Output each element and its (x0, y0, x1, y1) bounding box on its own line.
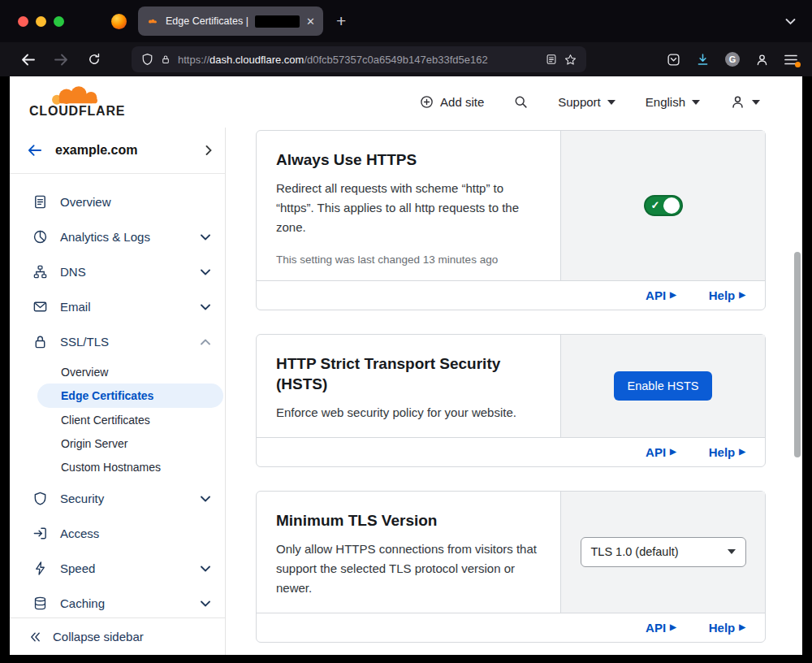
add-site-button[interactable]: Add site (420, 95, 484, 109)
sidebar: example.com Overview (10, 128, 226, 655)
shield-icon (32, 491, 48, 506)
back-arrow-icon[interactable] (28, 144, 42, 157)
pocket-save-icon[interactable] (667, 53, 680, 67)
card-footer: API ▶ Help ▶ (257, 437, 765, 466)
redacted-tab-text (255, 15, 300, 28)
chevron-down-icon (201, 496, 210, 502)
cloudflare-wordmark: CLOUDFLARE (29, 104, 125, 119)
sidebar-item-label: Overview (60, 195, 111, 209)
language-menu[interactable]: English (646, 95, 700, 109)
sidebar-item-overview[interactable]: Overview (10, 184, 225, 219)
enable-hsts-button[interactable]: Enable HSTS (614, 371, 713, 401)
cloudflare-logo[interactable]: CLOUDFLARE (29, 85, 125, 119)
reload-button[interactable] (78, 53, 110, 66)
browser-tab[interactable]: Edge Certificates | ✕ (138, 6, 323, 36)
card-body: Minimum TLS Version Only allow HTTPS con… (257, 492, 765, 613)
dns-tree-icon (32, 264, 48, 280)
toggle-knob (663, 197, 680, 214)
site-chevron-right-icon[interactable] (205, 145, 212, 155)
reader-mode-icon[interactable] (546, 54, 557, 65)
card-text: HTTP Strict Transport Security (HSTS) En… (257, 335, 560, 437)
window-minimize-button[interactable] (36, 16, 46, 27)
sidebar-item-caching[interactable]: Caching (10, 586, 225, 618)
card-body: Always Use HTTPS Redirect all requests w… (257, 131, 765, 280)
url-scheme: https:// (178, 54, 209, 66)
chevron-down-icon (728, 549, 736, 554)
always-use-https-toggle[interactable]: ✓ (644, 195, 683, 216)
triangle-right-icon: ▶ (670, 448, 676, 456)
new-tab-button[interactable]: + (336, 11, 346, 31)
triangle-right-icon: ▶ (739, 448, 745, 456)
firefox-view-icon[interactable] (111, 14, 127, 29)
grammarly-badge-icon[interactable]: G (725, 52, 740, 67)
account-menu[interactable] (730, 94, 760, 110)
bookmark-star-icon[interactable] (564, 54, 577, 66)
sidebar-subitem-overview[interactable]: Overview (10, 360, 225, 384)
chevron-down-icon (752, 100, 760, 105)
help-link[interactable]: Help ▶ (709, 445, 745, 459)
tracking-protection-shield-icon[interactable] (141, 53, 153, 66)
sidebar-item-ssl-tls[interactable]: SSL/TLS (10, 324, 225, 359)
window-zoom-button[interactable] (54, 16, 64, 27)
sidebar-subitem-edge-certificates[interactable]: Edge Certificates (37, 384, 223, 408)
search-button[interactable] (514, 95, 528, 109)
card-title: HTTP Strict Transport Security (HSTS) (276, 353, 541, 395)
sidebar-item-access[interactable]: Access (10, 516, 225, 551)
download-icon[interactable] (696, 53, 710, 67)
api-link-label: API (646, 288, 666, 302)
api-link-label: API (646, 621, 666, 635)
toolbar-icons: G (667, 52, 797, 67)
sidebar-item-email[interactable]: Email (10, 289, 225, 324)
sidebar-subitem-client-certificates[interactable]: Client Certificates (10, 408, 225, 431)
window-close-button[interactable] (18, 16, 28, 27)
search-icon (514, 95, 528, 109)
sidebar-item-analytics[interactable]: Analytics & Logs (10, 219, 225, 254)
api-link[interactable]: API ▶ (646, 621, 676, 635)
help-link[interactable]: Help ▶ (709, 621, 745, 635)
check-icon: ✓ (651, 199, 660, 211)
back-button[interactable] (11, 54, 45, 66)
sidebar-item-dns[interactable]: DNS (10, 254, 225, 289)
help-link[interactable]: Help ▶ (709, 288, 745, 302)
sidebar-item-speed[interactable]: Speed (10, 551, 225, 586)
collapse-sidebar-button[interactable]: Collapse sidebar (10, 618, 225, 655)
triangle-right-icon: ▶ (739, 291, 745, 299)
tab-title: Edge Certificates | (166, 15, 248, 27)
triangle-right-icon: ▶ (670, 623, 676, 631)
account-icon[interactable] (755, 53, 769, 67)
forward-button[interactable] (45, 54, 78, 66)
card-last-changed-note: This setting was last changed 13 minutes… (276, 254, 541, 266)
window-controls (18, 16, 64, 27)
sidebar-item-label: Analytics & Logs (60, 230, 150, 244)
api-link[interactable]: API ▶ (646, 288, 676, 302)
card-control-panel: ✓ (560, 131, 765, 280)
url-bar[interactable]: https://dash.cloudflare.com/d0fcb57357c0… (132, 46, 586, 72)
minimum-tls-select[interactable]: TLS 1.0 (default) (581, 537, 746, 567)
menu-hamburger-icon[interactable] (784, 54, 797, 65)
lightning-icon (32, 561, 48, 576)
card-footer: API ▶ Help ▶ (257, 280, 765, 310)
sidebar-item-security[interactable]: Security (10, 481, 225, 516)
card-title: Always Use HTTPS (276, 150, 541, 171)
api-link[interactable]: API ▶ (646, 445, 676, 459)
cloudflare-cloud-icon (45, 85, 110, 106)
notification-dot (795, 62, 801, 67)
login-arrow-icon (32, 526, 48, 541)
sidebar-item-label: Access (60, 526, 99, 540)
double-chevron-left-icon (29, 631, 41, 643)
scrollbar[interactable] (794, 252, 801, 457)
sidebar-subitem-origin-server[interactable]: Origin Server (10, 431, 225, 455)
card-text: Always Use HTTPS Redirect all requests w… (257, 131, 560, 280)
tab-close-icon[interactable]: ✕ (306, 16, 315, 27)
chevron-down-icon (692, 100, 700, 105)
card-hsts: HTTP Strict Transport Security (HSTS) En… (256, 334, 766, 467)
url-text: https://dash.cloudflare.com/d0fcb57357c0… (178, 54, 538, 66)
help-link-label: Help (709, 621, 736, 635)
sidebar-subitem-custom-hostnames[interactable]: Custom Hostnames (10, 455, 225, 479)
tab-list-chevron-icon[interactable] (780, 13, 801, 30)
sidebar-item-label: Email (60, 300, 91, 314)
support-menu[interactable]: Support (558, 95, 615, 109)
browser-window: Edge Certificates | ✕ + https://d (0, 0, 812, 76)
chevron-up-icon (201, 339, 210, 345)
page-body: example.com Overview (10, 128, 802, 655)
